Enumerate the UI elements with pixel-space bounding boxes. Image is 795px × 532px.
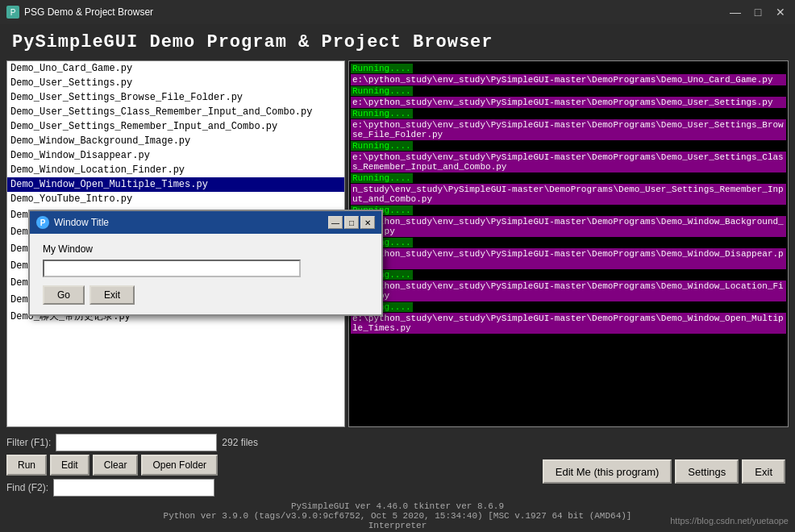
- popup-dialog: P Window Title — □ ✕ My Window Go Exit: [28, 210, 383, 316]
- popup-go-button[interactable]: Go: [43, 285, 85, 305]
- popup-input[interactable]: [43, 260, 301, 277]
- popup-close-button[interactable]: ✕: [360, 216, 375, 229]
- popup-icon: P: [36, 216, 49, 229]
- popup-maximize-button[interactable]: □: [344, 216, 359, 229]
- popup-titlebar: P Window Title — □ ✕: [30, 211, 381, 234]
- popup-title: Window Title: [54, 217, 327, 228]
- popup-minimize-button[interactable]: —: [328, 216, 343, 229]
- popup-buttons: Go Exit: [43, 285, 368, 305]
- popup-body: My Window Go Exit: [30, 234, 381, 314]
- popup-overlay: P Window Title — □ ✕ My Window Go Exit: [0, 0, 795, 532]
- watermark: https://blog.csdn.net/yuetaope: [670, 516, 789, 526]
- popup-label: My Window: [43, 243, 368, 255]
- popup-exit-button[interactable]: Exit: [89, 285, 135, 305]
